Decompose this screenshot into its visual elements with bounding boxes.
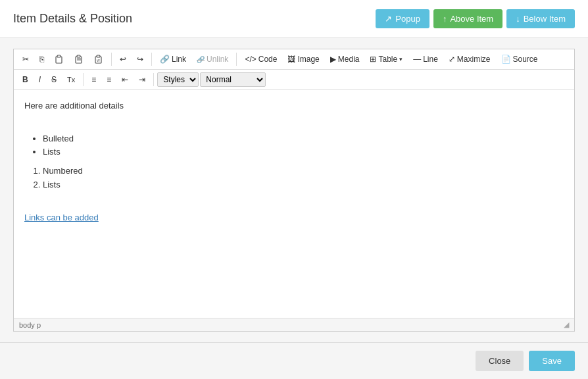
maximize-icon: ⤢ — [449, 55, 455, 64]
image-button[interactable]: 🖼 Image — [283, 52, 324, 66]
editor-container: ✂ ⎘ W — [13, 49, 575, 332]
redo-button[interactable]: ↪ — [132, 52, 148, 66]
remove-format-button[interactable]: Tx — [62, 73, 80, 86]
toolbar-row2: B I S Tx ≡ ≡ ⇤ ⇥ — [14, 70, 574, 90]
unlink-icon: 🔗 — [197, 56, 205, 63]
popup-button[interactable]: ↗ Popup — [376, 9, 429, 28]
separator-1 — [111, 53, 112, 66]
italic-button[interactable]: I — [34, 72, 45, 87]
bulleted-list: Bulleted Lists — [43, 132, 564, 160]
table-chevron: ▾ — [399, 56, 403, 63]
svg-rect-1 — [57, 55, 61, 57]
separator-3 — [236, 53, 237, 66]
separator-2 — [151, 53, 152, 66]
numbered-list: Numbered Lists — [43, 164, 564, 192]
table-icon: ⊞ — [370, 55, 376, 64]
link-button[interactable]: 🔗 Link — [155, 52, 191, 66]
paste-button[interactable] — [50, 52, 68, 66]
list-item: Lists — [43, 178, 564, 192]
main-content: ✂ ⎘ W — [0, 38, 588, 342]
unlink-button[interactable]: 🔗 Unlink — [192, 52, 233, 66]
editor-statusbar: body p ◢ — [14, 318, 574, 331]
editor-intro-text: Here are additional details — [24, 99, 564, 113]
undo-button[interactable]: ↩ — [115, 52, 131, 66]
paste-plain-icon — [74, 55, 84, 64]
cut-button[interactable]: ✂ — [18, 52, 34, 66]
svg-rect-3 — [77, 55, 80, 57]
image-icon: 🖼 — [287, 55, 295, 64]
page-title: Item Details & Position — [13, 12, 132, 26]
close-button[interactable]: Close — [476, 351, 524, 371]
resize-handle[interactable]: ◢ — [564, 320, 569, 329]
list-item: Bulleted — [43, 132, 564, 146]
strikethrough-button[interactable]: S — [47, 72, 61, 87]
line-icon: — — [413, 55, 421, 64]
popup-icon: ↗ — [385, 14, 392, 24]
ordered-list-icon: ≡ — [91, 75, 96, 84]
toolbar-row1: ✂ ⎘ W — [14, 49, 574, 70]
ordered-list-button[interactable]: ≡ — [87, 72, 101, 87]
paste-icon — [55, 55, 64, 64]
table-button[interactable]: ⊞ Table ▾ — [365, 52, 407, 66]
below-icon: ↓ — [516, 14, 520, 24]
header-buttons: ↗ Popup ↑ Above Item ↓ Below Item — [376, 9, 575, 28]
above-item-button[interactable]: ↑ Above Item — [433, 9, 502, 28]
copy-button[interactable]: ⎘ — [35, 52, 49, 66]
code-icon: </> — [245, 55, 256, 64]
list-item: Numbered — [43, 164, 564, 178]
header: Item Details & Position ↗ Popup ↑ Above … — [0, 0, 588, 38]
link-icon: 🔗 — [160, 55, 170, 64]
source-button[interactable]: 📄 Source — [497, 52, 543, 66]
separator-4 — [83, 73, 84, 86]
editor-body[interactable]: Here are additional details Bulleted Lis… — [14, 90, 574, 318]
source-icon: 📄 — [501, 55, 511, 64]
bold-button[interactable]: B — [18, 72, 33, 87]
indent-button[interactable]: ⇥ — [134, 72, 150, 87]
media-icon: ▶ — [330, 55, 336, 64]
unordered-list-icon: ≡ — [107, 75, 111, 84]
editor-link[interactable]: Links can be added — [24, 213, 99, 222]
format-select[interactable]: Normal Heading 1 Heading 2 Heading 3 Pre… — [200, 72, 266, 87]
svg-rect-7 — [97, 55, 100, 57]
media-button[interactable]: ▶ Media — [326, 52, 364, 66]
footer: Close Save — [0, 342, 588, 379]
svg-text:W: W — [97, 59, 100, 63]
maximize-button[interactable]: ⤢ Maximize — [444, 52, 495, 66]
unordered-list-button[interactable]: ≡ — [102, 72, 116, 87]
save-button[interactable]: Save — [529, 351, 575, 371]
paste-plain-button[interactable] — [70, 52, 88, 66]
list-item: Lists — [43, 145, 564, 159]
separator-5 — [153, 73, 154, 86]
below-item-button[interactable]: ↓ Below Item — [506, 9, 575, 28]
above-icon: ↑ — [443, 14, 447, 24]
code-button[interactable]: </> Code — [240, 52, 282, 66]
paste-word-button[interactable]: W — [89, 52, 108, 66]
paste-word-icon: W — [94, 55, 103, 64]
indent-icon: ⇥ — [139, 75, 145, 84]
statusbar-tags: body p — [19, 321, 41, 329]
line-button[interactable]: — Line — [408, 52, 443, 66]
styles-select[interactable]: Styles — [157, 72, 199, 87]
outdent-icon: ⇤ — [122, 75, 128, 84]
outdent-button[interactable]: ⇤ — [117, 72, 133, 87]
